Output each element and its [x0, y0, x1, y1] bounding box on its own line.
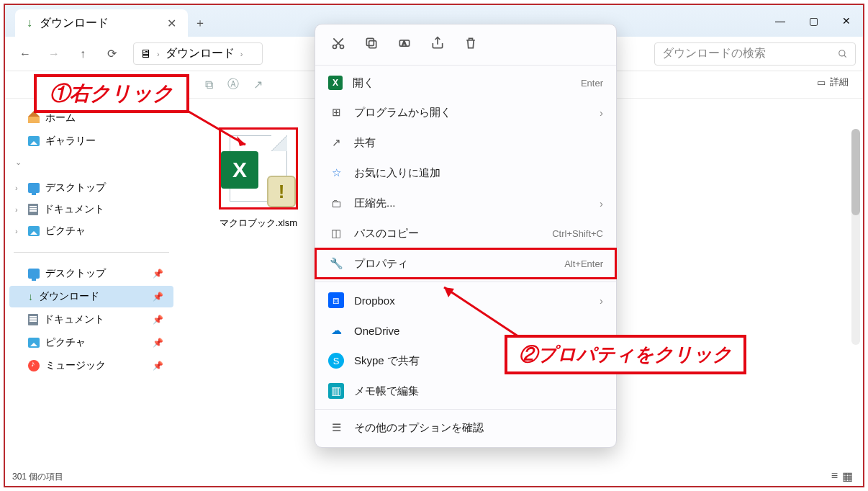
annotation-1: ①右クリック	[34, 74, 189, 113]
close-button[interactable]: ✕	[830, 5, 863, 37]
ctx-dropbox[interactable]: ⧈Dropbox›	[315, 285, 616, 315]
onedrive-icon: ☁	[328, 323, 344, 338]
tab-close-icon[interactable]: ✕	[167, 17, 176, 30]
breadcrumb[interactable]: 🖥 › ダウンロード ›	[133, 42, 263, 65]
chevron-icon: ›	[157, 50, 160, 58]
nav-pictures[interactable]: ›ピクチャ	[9, 220, 173, 242]
gallery-icon	[28, 136, 40, 146]
up-button[interactable]: ↑	[70, 41, 96, 67]
search-placeholder: ダウンロードの検索	[662, 46, 766, 61]
file-name: マクロブック.xlsm	[215, 217, 302, 230]
tab-title: ダウンロード	[40, 16, 109, 31]
chevron-right-icon: ›	[600, 197, 603, 210]
chevron-right-icon: ›	[600, 107, 603, 119]
scrollbar-thumb[interactable]	[851, 129, 860, 215]
excel-icon: X	[328, 76, 343, 90]
context-menu: A X開くEnter ⊞プログラムから開く› ↗共有 ☆お気に入りに追加 🗀圧縮…	[315, 24, 617, 448]
music-icon	[28, 360, 40, 371]
ctx-open-with[interactable]: ⊞プログラムから開く›	[315, 97, 616, 127]
svg-rect-6	[369, 41, 376, 48]
excel-file-icon: X !	[224, 132, 293, 204]
minimize-button[interactable]: ―	[764, 5, 797, 37]
quick-pictures[interactable]: ピクチャ📌	[9, 332, 173, 353]
view-list-button[interactable]: ≡	[831, 469, 838, 483]
annotation-2: ②プロパティをクリック	[505, 335, 746, 374]
pin-icon: 📌	[153, 269, 163, 279]
document-icon	[28, 314, 38, 325]
rename-icon[interactable]: Ⓐ	[227, 77, 239, 92]
compress-icon: 🗀	[328, 195, 344, 211]
desktop-icon	[28, 183, 40, 193]
ctx-favorite[interactable]: ☆お気に入りに追加	[315, 158, 616, 188]
more-icon: ☰	[328, 420, 344, 436]
ctx-notepad[interactable]: ▥メモ帳で編集	[315, 376, 616, 406]
ctx-open[interactable]: X開くEnter	[315, 68, 616, 97]
copypath-icon: ◫	[328, 225, 344, 241]
ctx-cut-icon[interactable]	[331, 36, 345, 53]
notepad-icon: ▥	[328, 383, 344, 399]
share-icon: ↗	[328, 135, 344, 150]
search-icon	[838, 49, 848, 59]
refresh-button[interactable]: ⟳	[99, 41, 125, 67]
nav-collapse[interactable]: ⌄	[9, 153, 173, 171]
star-icon: ☆	[328, 165, 344, 181]
details-icon: ▭	[817, 77, 826, 88]
share-icon[interactable]: ↗	[253, 78, 263, 91]
nav-documents[interactable]: ›ドキュメント	[9, 199, 173, 220]
wrench-icon: 🔧	[328, 256, 344, 271]
ctx-share[interactable]: ↗共有	[315, 127, 616, 158]
view-grid-button[interactable]: ▦	[842, 469, 853, 483]
ctx-share-icon[interactable]	[430, 36, 445, 53]
file-selection-highlight: X !	[219, 127, 298, 210]
ctx-copy-path[interactable]: ◫パスのコピーCtrl+Shift+C	[315, 218, 616, 248]
ctx-delete-icon[interactable]	[464, 36, 478, 53]
pin-icon: 📌	[153, 361, 163, 371]
chevron-icon: ›	[240, 50, 243, 58]
tab-downloads[interactable]: ↓ ダウンロード ✕	[15, 9, 188, 37]
ctx-copy-icon[interactable]	[364, 36, 379, 53]
chevron-right-icon: ›	[15, 227, 18, 235]
pin-icon: 📌	[153, 338, 163, 348]
quick-desktop[interactable]: デスクトップ📌	[9, 263, 173, 284]
search-input[interactable]: ダウンロードの検索	[654, 42, 856, 66]
nav-divider	[14, 252, 169, 253]
download-icon: ↓	[28, 291, 33, 302]
copy-icon[interactable]: ⧉	[205, 78, 213, 91]
dropbox-icon: ⧈	[328, 292, 344, 308]
nav-pane: ホーム ギャラリー ⌄ ›デスクトップ ›ドキュメント ›ピクチャ デスクトップ…	[5, 99, 178, 469]
desktop-icon	[28, 269, 40, 279]
svg-point-0	[839, 50, 845, 55]
forward-button[interactable]: →	[41, 41, 67, 67]
pc-icon: 🖥	[140, 48, 151, 60]
pin-icon: 📌	[153, 292, 163, 302]
breadcrumb-item: ダウンロード	[166, 46, 235, 61]
skype-icon: S	[328, 353, 344, 369]
new-tab-button[interactable]: ＋	[188, 9, 212, 37]
quick-documents[interactable]: ドキュメント📌	[9, 309, 173, 330]
ctx-rename-icon[interactable]: A	[397, 36, 412, 53]
ctx-more-options[interactable]: ☰その他のオプションを確認	[315, 413, 616, 443]
ctx-compress[interactable]: 🗀圧縮先...›	[315, 188, 616, 218]
status-bar: 301 個の項目	[12, 469, 63, 485]
svg-line-1	[844, 55, 846, 57]
pictures-icon	[28, 226, 40, 236]
pictures-icon	[28, 338, 40, 348]
nav-desktop[interactable]: ›デスクトップ	[9, 177, 173, 199]
file-item[interactable]: X ! マクロブック.xlsm	[215, 127, 302, 230]
scrollbar[interactable]	[851, 129, 860, 345]
openwith-icon: ⊞	[328, 104, 344, 120]
quick-music[interactable]: ミュージック📌	[9, 355, 173, 377]
quick-downloads[interactable]: ↓ダウンロード📌	[9, 286, 173, 307]
nav-gallery[interactable]: ギャラリー	[9, 130, 173, 152]
ctx-properties[interactable]: 🔧プロパティAlt+Enter	[315, 248, 616, 279]
home-icon	[28, 113, 40, 123]
chevron-right-icon: ›	[600, 294, 603, 307]
download-icon: ↓	[27, 17, 32, 30]
svg-text:A: A	[402, 40, 407, 47]
back-button[interactable]: ←	[12, 41, 38, 67]
chevron-right-icon: ›	[15, 184, 18, 192]
maximize-button[interactable]: ▢	[797, 5, 830, 37]
svg-rect-7	[366, 38, 374, 45]
pin-icon: 📌	[153, 315, 163, 325]
details-button[interactable]: ▭ 詳細	[817, 76, 849, 89]
